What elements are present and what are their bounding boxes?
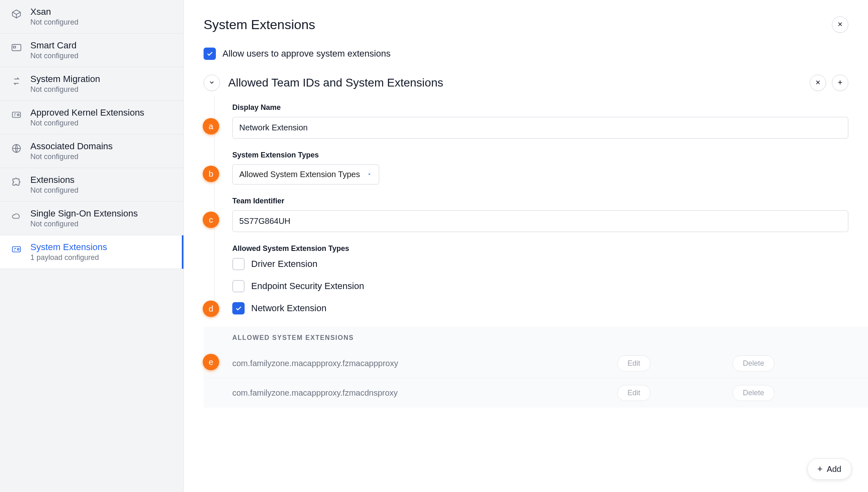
driver-ext-checkbox[interactable] bbox=[232, 258, 245, 270]
network-ext-checkbox[interactable] bbox=[232, 302, 245, 314]
sidebar-item-extensions[interactable]: Extensions Not configured bbox=[0, 168, 183, 202]
delete-button[interactable]: Delete bbox=[733, 385, 774, 401]
allow-approve-checkbox[interactable] bbox=[204, 48, 216, 60]
extension-row: e com.familyzone.macappproxy.fzmacapppro… bbox=[204, 349, 868, 378]
network-ext-row: d Network Extension bbox=[232, 302, 848, 314]
extension-row: com.familyzone.macappproxy.fzmacdnsproxy… bbox=[204, 378, 868, 408]
sidebar-item-associated-domains[interactable]: Associated Domains Not configured bbox=[0, 134, 183, 168]
annotation-badge-d: d bbox=[203, 301, 219, 317]
sidebar-item-label: System Extensions bbox=[30, 242, 107, 253]
add-button-label: Add bbox=[827, 465, 841, 474]
annotation-badge-a: a bbox=[203, 118, 219, 134]
svg-point-3 bbox=[17, 114, 19, 116]
extension-id: com.familyzone.macappproxy.fzmacappproxy bbox=[232, 359, 398, 368]
sidebar-item-xsan[interactable]: Xsan Not configured bbox=[0, 0, 183, 34]
sidebar-item-smart-card[interactable]: Smart Card Not configured bbox=[0, 34, 183, 67]
display-name-label: Display Name bbox=[232, 103, 848, 112]
close-icon bbox=[815, 79, 821, 87]
sidebar-item-subtitle: 1 payload configured bbox=[30, 253, 107, 262]
driver-ext-label: Driver Extension bbox=[251, 259, 317, 269]
driver-ext-row: Driver Extension bbox=[232, 258, 848, 270]
plus-icon bbox=[837, 79, 843, 87]
close-icon bbox=[837, 21, 843, 29]
annotation-badge-b: b bbox=[203, 166, 219, 182]
svg-point-6 bbox=[17, 248, 19, 250]
sidebar-item-kernel-ext[interactable]: Approved Kernel Extensions Not configure… bbox=[0, 101, 183, 134]
sidebar-item-label: Extensions bbox=[30, 175, 78, 185]
svg-rect-1 bbox=[13, 46, 15, 48]
edit-button[interactable]: Edit bbox=[617, 355, 650, 371]
ext-types-label: System Extension Types bbox=[232, 151, 848, 159]
edit-button[interactable]: Edit bbox=[617, 385, 650, 401]
sidebar-item-subtitle: Not configured bbox=[30, 153, 113, 161]
sidebar-item-label: System Migration bbox=[30, 74, 100, 84]
allow-approve-row: Allow users to approve system extensions bbox=[204, 48, 848, 60]
sidebar-item-system-migration[interactable]: System Migration Not configured bbox=[0, 67, 183, 101]
sidebar-item-label: Approved Kernel Extensions bbox=[30, 107, 144, 118]
sidebar-item-label: Associated Domains bbox=[30, 141, 113, 152]
sidebar-item-subtitle: Not configured bbox=[30, 18, 78, 27]
ext-types-select[interactable]: Allowed System Extension Types bbox=[232, 164, 379, 184]
sidebar-item-label: Xsan bbox=[30, 7, 78, 17]
sidebar-item-subtitle: Not configured bbox=[30, 119, 144, 128]
add-button[interactable]: + Add bbox=[807, 458, 852, 480]
section-title: Allowed Team IDs and System Extensions bbox=[228, 76, 443, 89]
sidebar-item-label: Single Sign-On Extensions bbox=[30, 208, 138, 219]
annotation-badge-c: c bbox=[203, 212, 219, 228]
sidebar-item-system-extensions[interactable]: System Extensions 1 payload configured bbox=[0, 235, 183, 269]
card-icon bbox=[10, 41, 23, 54]
sidebar: Xsan Not configured Smart Card Not confi… bbox=[0, 0, 184, 492]
remove-section-button[interactable] bbox=[810, 75, 826, 91]
allow-approve-label: Allow users to approve system extensions bbox=[222, 48, 391, 59]
sidebar-item-subtitle: Not configured bbox=[30, 186, 78, 195]
delete-button[interactable]: Delete bbox=[733, 355, 774, 371]
close-button[interactable] bbox=[832, 16, 848, 33]
annotation-badge-e: e bbox=[203, 354, 219, 370]
sidebar-item-sso-ext[interactable]: Single Sign-On Extensions Not configured bbox=[0, 202, 183, 235]
allowed-ext-header: ALLOWED SYSTEM EXTENSIONS bbox=[204, 327, 868, 349]
caret-down-icon bbox=[366, 170, 372, 179]
endpoint-ext-row: Endpoint Security Extension bbox=[232, 280, 848, 292]
ext-types-value: Allowed System Extension Types bbox=[239, 170, 360, 179]
page-title: System Extensions bbox=[204, 17, 315, 32]
endpoint-ext-label: Endpoint Security Extension bbox=[251, 281, 364, 292]
globe-icon bbox=[10, 142, 23, 155]
endpoint-ext-checkbox[interactable] bbox=[232, 280, 245, 292]
puzzle-icon bbox=[10, 175, 23, 189]
add-section-button[interactable] bbox=[832, 75, 848, 91]
sidebar-item-label: Smart Card bbox=[30, 40, 78, 51]
chevron-down-icon bbox=[208, 79, 215, 87]
extension-id: com.familyzone.macappproxy.fzmacdnsproxy bbox=[232, 388, 398, 398]
sidebar-item-subtitle: Not configured bbox=[30, 52, 78, 60]
allowed-types-label: Allowed System Extension Types bbox=[232, 244, 848, 253]
collapse-button[interactable] bbox=[204, 75, 220, 91]
team-id-label: Team Identifier bbox=[232, 197, 848, 205]
migrate-icon bbox=[10, 75, 23, 88]
sidebar-item-subtitle: Not configured bbox=[30, 85, 100, 94]
sidebar-item-subtitle: Not configured bbox=[30, 220, 138, 228]
team-id-input[interactable] bbox=[232, 210, 848, 232]
sysext-icon bbox=[10, 243, 23, 256]
box-icon bbox=[10, 7, 23, 20]
network-ext-label: Network Extension bbox=[251, 303, 326, 314]
display-name-input[interactable] bbox=[232, 117, 848, 139]
plus-icon: + bbox=[818, 464, 823, 474]
main-panel: System Extensions Allow users to approve… bbox=[184, 0, 868, 492]
kernel-icon bbox=[10, 108, 23, 121]
cloud-icon bbox=[10, 209, 23, 222]
